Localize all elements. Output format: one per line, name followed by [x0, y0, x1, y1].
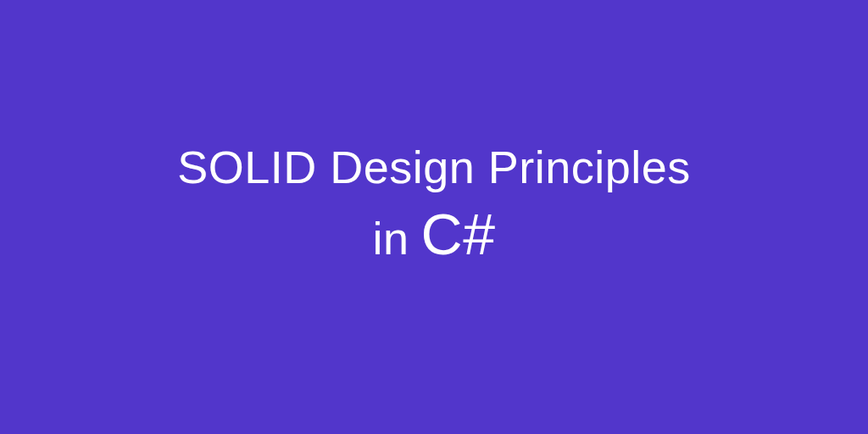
title-container: SOLID Design Principles in C#	[177, 137, 691, 272]
title-language: C#	[421, 197, 496, 271]
title-line-2: in C#	[373, 197, 496, 271]
title-prefix: in	[373, 209, 409, 268]
title-line-1: SOLID Design Principles	[177, 137, 691, 197]
